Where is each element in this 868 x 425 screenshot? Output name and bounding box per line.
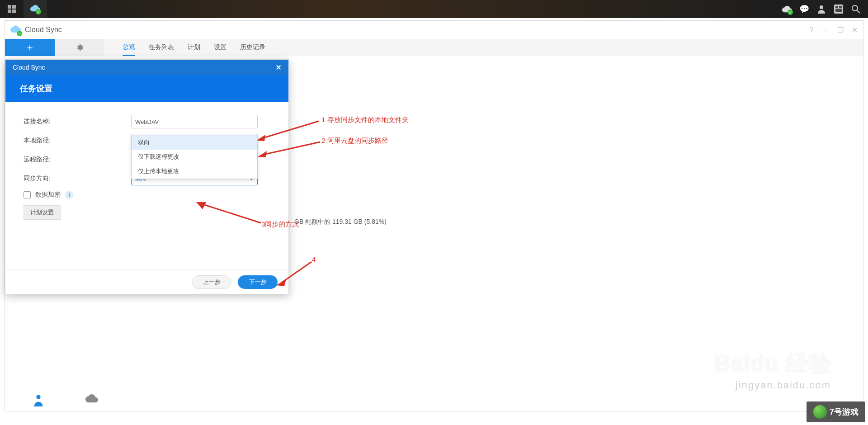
grid-icon	[8, 5, 16, 13]
label-connection-name: 连接名称:	[24, 118, 131, 126]
window-title: Cloud Sync	[25, 26, 62, 34]
tab-schedule[interactable]: 计划	[188, 40, 200, 55]
chat-icon[interactable]: 💬	[799, 4, 809, 14]
bottom-left-icons	[9, 394, 98, 406]
search-icon[interactable]	[851, 4, 861, 14]
add-button[interactable]: ＋	[5, 39, 55, 56]
taskbar-spacer	[47, 0, 775, 18]
cloud-status-icon[interactable]: ✓	[782, 4, 792, 14]
cloud-sync-icon: ✓	[30, 5, 40, 14]
svg-point-17	[699, 357, 704, 362]
arrow-2	[257, 140, 322, 158]
svg-rect-3	[839, 6, 842, 8]
app-logo: ✓	[10, 24, 21, 35]
tab-history[interactable]: 历史记录	[240, 40, 265, 55]
annotation-2: 2 阿里云盘的同步路径	[321, 137, 388, 145]
baidu-sub-watermark: jingyan.baidu.com	[736, 379, 831, 391]
arrow-1	[255, 119, 321, 142]
modal-titlebar: Cloud Sync ×	[5, 60, 288, 75]
settings-button[interactable]	[55, 39, 104, 56]
svg-rect-2	[835, 6, 838, 8]
svg-point-18	[704, 359, 709, 364]
arrow-3	[195, 200, 263, 225]
taskbar-right: ✓ 💬	[775, 4, 868, 14]
label-remote-path: 远程路径:	[24, 156, 131, 164]
minimize-icon[interactable]: —	[822, 26, 829, 34]
modal-footer: 上一步 下一步	[5, 269, 288, 294]
svg-point-16	[694, 359, 699, 364]
label-encrypt: 数据加密	[35, 191, 61, 199]
connection-person-icon[interactable]	[32, 394, 45, 406]
svg-marker-15	[276, 279, 286, 286]
sync-direction-dropdown: 双向 仅下载远程更改 仅上传本地更改	[131, 135, 258, 179]
schedule-settings-button[interactable]: 计划设置	[24, 205, 61, 220]
annotation-3: 3同步的方式	[261, 220, 299, 229]
svg-line-6	[857, 10, 860, 13]
svg-point-7	[36, 395, 40, 399]
help-icon[interactable]: ?	[810, 26, 814, 34]
toolbar: ＋ 总览 任务列表 计划 设置 历史记录	[5, 39, 863, 56]
user-icon[interactable]	[816, 4, 826, 14]
connection-cloud-icon[interactable]	[85, 394, 98, 406]
svg-point-5	[852, 5, 858, 11]
label-local-path: 本地路径:	[24, 137, 131, 145]
apps-grid-button[interactable]	[0, 0, 24, 18]
baidu-watermark: Baidu 经验	[691, 349, 832, 379]
svg-line-12	[202, 204, 261, 223]
svg-line-8	[262, 121, 319, 138]
prev-button[interactable]: 上一步	[192, 275, 231, 289]
info-icon[interactable]: i	[65, 191, 73, 199]
modal-title: 任务设置	[20, 83, 52, 94]
quota-text: GB 配额中的 119.31 GB (5.81%)	[294, 218, 387, 226]
encrypt-row: 数据加密 i	[24, 191, 274, 199]
globe-icon	[813, 405, 827, 419]
cloud-sync-taskbar-button[interactable]: ✓	[24, 0, 47, 18]
dropdown-option-upload-only[interactable]: 仅上传本地更改	[132, 164, 257, 179]
modal-header: 任务设置	[5, 75, 288, 102]
svg-line-14	[282, 262, 311, 283]
close-icon[interactable]: ✕	[852, 26, 858, 34]
dropdown-option-bidirectional[interactable]: 双向	[132, 135, 257, 150]
window-titlebar: ✓ Cloud Sync ? — ❐ ✕	[5, 21, 863, 39]
annotation-1: 1 存放同步文件的本地文件夹	[321, 116, 409, 124]
arrow-4	[275, 260, 314, 287]
tab-tasklist[interactable]: 任务列表	[149, 40, 174, 55]
svg-rect-4	[835, 9, 842, 12]
svg-point-0	[820, 5, 823, 9]
window-controls: ? — ❐ ✕	[810, 26, 858, 34]
modal-body: 连接名称: WebDAV 本地路径: /______ aliyun 远程路径: …	[5, 102, 288, 269]
modal-close-icon[interactable]: ×	[276, 62, 281, 73]
maximize-icon[interactable]: ❐	[837, 26, 844, 34]
modal-appname: Cloud Sync	[13, 64, 45, 71]
svg-line-10	[263, 142, 320, 155]
svg-marker-13	[196, 202, 206, 209]
status-ok-badge: ✓	[36, 9, 41, 14]
dropdown-option-download-only[interactable]: 仅下载远程更改	[132, 150, 257, 164]
task-settings-modal: Cloud Sync × 任务设置 连接名称: WebDAV 本地路径: /__…	[5, 59, 289, 294]
checkbox-encrypt[interactable]	[24, 191, 31, 198]
corner-badge: 7号游戏	[807, 401, 865, 422]
input-connection-name[interactable]: WebDAV	[131, 115, 258, 128]
taskbar-left: ✓	[0, 0, 47, 18]
label-sync-direction: 同步方向:	[24, 175, 131, 183]
taskbar: ✓ ✓ 💬	[0, 0, 868, 18]
svg-marker-11	[258, 151, 267, 157]
svg-point-19	[695, 365, 707, 373]
tab-bar: 总览 任务列表 计划 设置 历史记录	[123, 39, 265, 56]
tab-overview[interactable]: 总览	[123, 39, 135, 56]
tab-settings[interactable]: 设置	[214, 40, 226, 55]
dashboard-icon[interactable]	[834, 4, 844, 14]
next-button[interactable]: 下一步	[238, 275, 278, 289]
